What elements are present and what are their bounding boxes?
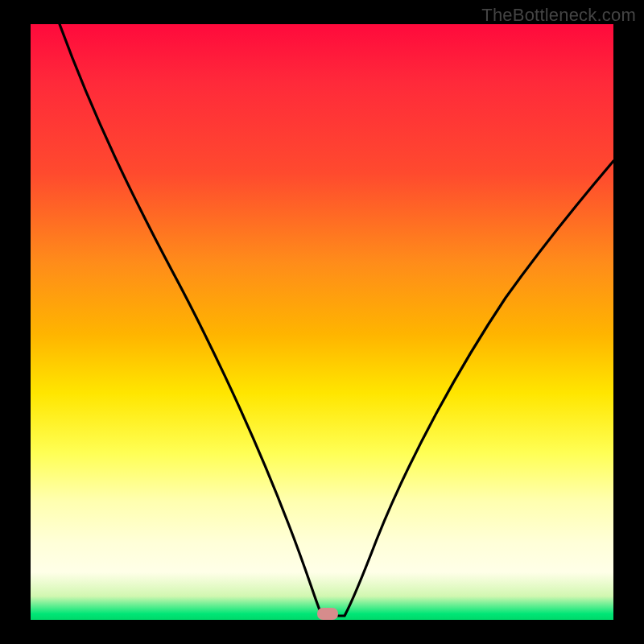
optimal-marker: [317, 608, 338, 620]
watermark-text: TheBottleneck.com: [481, 5, 636, 26]
bottleneck-curve: [31, 24, 613, 620]
curve-path: [60, 24, 613, 616]
plot-area: [31, 24, 613, 620]
chart-frame: TheBottleneck.com: [0, 0, 644, 644]
